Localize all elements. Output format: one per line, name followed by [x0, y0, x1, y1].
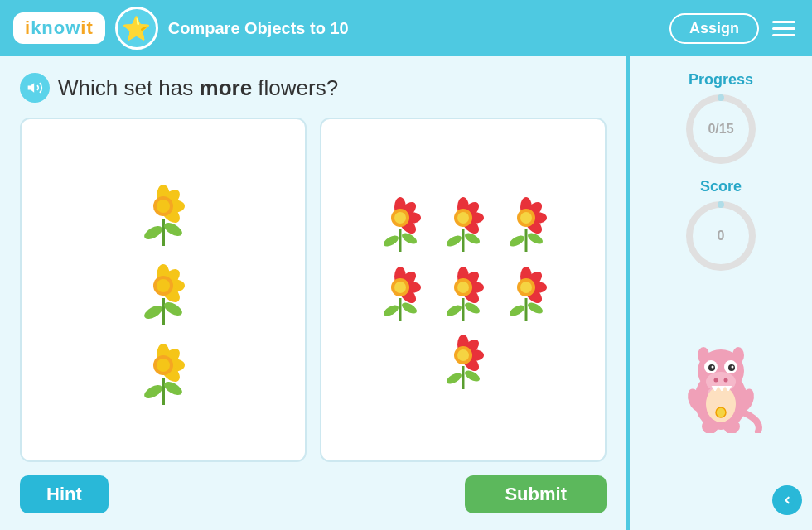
- svg-point-74: [508, 303, 526, 319]
- svg-point-3: [162, 220, 185, 238]
- svg-point-65: [445, 303, 463, 319]
- svg-point-54: [520, 212, 532, 224]
- hamburger-line-3: [772, 34, 795, 36]
- progress-value: 0/15: [708, 122, 733, 137]
- svg-point-11: [143, 303, 165, 321]
- assign-button[interactable]: Assign: [669, 13, 759, 44]
- svg-point-99: [724, 378, 728, 383]
- score-section: Score 0: [684, 178, 758, 273]
- question-row: Which set has more flowers?: [20, 73, 607, 103]
- back-button[interactable]: [772, 485, 802, 515]
- submit-button[interactable]: Submit: [465, 475, 607, 513]
- svg-point-2: [143, 224, 165, 242]
- score-value: 0: [718, 229, 725, 243]
- yellow-flower-3: [130, 332, 196, 407]
- left-flower-box[interactable]: [20, 118, 307, 462]
- star-icon: ⭐: [115, 7, 158, 50]
- svg-point-47: [508, 234, 526, 249]
- svg-marker-0: [28, 83, 35, 93]
- content-area: Which set has more flowers?: [0, 56, 630, 530]
- red-flower-2: [434, 189, 492, 253]
- svg-point-9: [157, 200, 170, 213]
- yellow-flower-1: [130, 173, 196, 248]
- svg-point-56: [382, 303, 400, 319]
- svg-point-20: [143, 383, 165, 401]
- svg-point-72: [457, 282, 469, 293]
- svg-point-18: [157, 279, 170, 292]
- svg-point-90: [457, 349, 469, 361]
- svg-point-98: [714, 378, 718, 383]
- yellow-flower-2: [130, 253, 196, 327]
- red-flower-6: [497, 258, 555, 323]
- right-flower-grid-top: [371, 189, 555, 323]
- lesson-title: Compare Objects to 10: [168, 19, 660, 38]
- svg-point-38: [445, 234, 463, 249]
- progress-section: Progress 0/15: [684, 71, 758, 166]
- svg-point-81: [520, 282, 532, 293]
- svg-point-63: [394, 282, 406, 293]
- hamburger-menu-button[interactable]: [769, 17, 799, 40]
- logo: iknowit: [13, 12, 105, 44]
- svg-point-116: [781, 494, 795, 508]
- header: iknowit ⭐ Compare Objects to 10 Assign: [0, 0, 812, 56]
- hint-button[interactable]: Hint: [20, 475, 109, 513]
- red-flower-1: [371, 189, 429, 253]
- svg-point-27: [157, 359, 170, 372]
- score-label: Score: [700, 178, 742, 195]
- svg-point-115: [716, 407, 726, 417]
- progress-ring: 0/15: [684, 92, 758, 166]
- red-flower-5: [434, 258, 492, 323]
- svg-point-36: [394, 212, 406, 224]
- speaker-button[interactable]: [20, 73, 50, 103]
- mascot: [675, 285, 766, 474]
- svg-point-83: [445, 371, 463, 387]
- svg-point-104: [712, 366, 714, 369]
- svg-point-12: [162, 300, 185, 318]
- score-ring: 0: [684, 199, 758, 273]
- red-flower-4: [371, 258, 429, 323]
- bottom-bar: Hint Submit: [20, 475, 607, 513]
- flower-row: [20, 118, 607, 462]
- red-flower-7: [434, 326, 492, 391]
- svg-point-45: [457, 212, 469, 224]
- main-area: Which set has more flowers?: [0, 56, 812, 530]
- red-flower-3: [497, 189, 555, 253]
- svg-point-29: [382, 234, 400, 249]
- hamburger-line-1: [772, 21, 795, 23]
- hamburger-line-2: [772, 27, 795, 30]
- svg-point-107: [732, 347, 744, 364]
- question-text: Which set has more flowers?: [58, 75, 338, 101]
- svg-point-106: [698, 347, 709, 364]
- left-flower-grid: [130, 173, 196, 407]
- svg-point-21: [162, 379, 185, 398]
- right-flower-box[interactable]: [320, 118, 607, 462]
- svg-point-105: [732, 366, 734, 369]
- sidebar: Progress 0/15 Score 0: [630, 56, 812, 530]
- progress-label: Progress: [689, 71, 753, 89]
